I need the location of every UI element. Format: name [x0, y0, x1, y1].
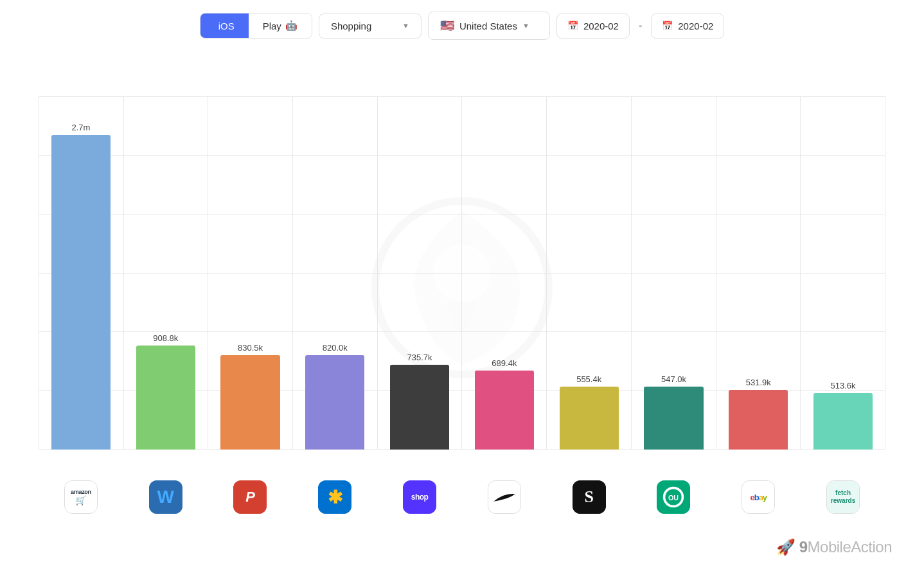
- bar-group-offerup: 547.0k: [632, 96, 716, 450]
- bar-wish: [136, 346, 195, 450]
- bar-group-ebay: 531.9k: [716, 96, 801, 450]
- bar-fetch: [813, 393, 873, 450]
- bars-area: 2.7m908.8k830.5k820.0k735.7k689.4k555.4k…: [39, 96, 885, 450]
- ios-tab-label: iOS: [218, 21, 235, 31]
- bar-poshmark: [220, 355, 280, 450]
- category-label: Shopping: [331, 21, 371, 31]
- app-icon-amazon: amazon 🛒: [64, 480, 98, 514]
- icon-cell-shop: shop: [377, 480, 462, 514]
- play-tab[interactable]: Play 🤖: [249, 13, 312, 38]
- app-icon-offerup: OU: [657, 480, 690, 514]
- app-icon-poshmark: P: [233, 480, 267, 514]
- bar-group-shop: 735.7k: [377, 96, 462, 450]
- bar-value-nike: 689.4k: [492, 358, 517, 368]
- bar-group-poshmark: 830.5k: [208, 96, 293, 450]
- icon-cell-fetch: fetchrewards: [801, 480, 885, 514]
- app-icon-sears: S: [573, 480, 606, 514]
- app-icon-shop: shop: [403, 480, 436, 514]
- bar-value-ebay: 531.9k: [746, 378, 771, 387]
- bar-value-walmart: 820.0k: [323, 343, 348, 353]
- bar-group-nike: 689.4k: [462, 96, 547, 450]
- flag-icon: 🇺🇸: [440, 19, 454, 33]
- bar-value-poshmark: 830.5k: [238, 343, 263, 353]
- bar-shop: [390, 365, 449, 450]
- app-icon-walmart: ✱: [318, 480, 351, 514]
- country-dropdown[interactable]: 🇺🇸 United States ▼: [428, 12, 550, 40]
- chevron-down-icon: ▼: [402, 22, 409, 30]
- bar-value-fetch: 513.6k: [831, 381, 856, 390]
- brand: 🚀 9MobileAction: [776, 538, 892, 556]
- bar-value-offerup: 547.0k: [661, 374, 686, 384]
- icon-cell-sears: S: [547, 480, 632, 514]
- bar-group-amazon: 2.7m: [39, 96, 123, 450]
- app-icon-fetch: fetchrewards: [826, 480, 860, 514]
- app-icon-wish: W: [149, 480, 182, 514]
- bar-amazon: [51, 135, 111, 450]
- bar-sears: [560, 387, 619, 450]
- icon-cell-wish: W: [123, 480, 208, 514]
- date-from-label: 2020-02: [583, 21, 619, 31]
- play-tab-label: Play: [263, 21, 281, 31]
- brand-rocket-icon: 🚀: [776, 538, 795, 556]
- date-from-picker[interactable]: 📅 2020-02: [556, 13, 630, 39]
- bar-value-amazon: 2.7m: [71, 123, 90, 132]
- icons-row: amazon 🛒 WP✱shopSOUebayfetchrewards: [39, 480, 885, 514]
- icon-cell-nike: [462, 480, 547, 514]
- bar-nike: [475, 371, 534, 450]
- icon-cell-poshmark: P: [208, 480, 293, 514]
- ios-tab[interactable]: iOS: [200, 13, 249, 38]
- app-icon-ebay: ebay: [742, 480, 775, 514]
- icon-cell-offerup: OU: [632, 480, 716, 514]
- bar-walmart: [305, 355, 364, 450]
- bar-value-shop: 735.7k: [407, 353, 432, 362]
- category-dropdown[interactable]: Shopping ▼: [319, 13, 422, 39]
- bar-group-wish: 908.8k: [123, 96, 208, 450]
- chevron-down-icon: ▼: [522, 22, 529, 30]
- bar-offerup: [644, 387, 703, 450]
- date-to-label: 2020-02: [678, 21, 713, 31]
- icon-cell-walmart: ✱: [292, 480, 377, 514]
- calendar-icon: 📅: [567, 21, 578, 31]
- chart-container: 2.7m908.8k830.5k820.0k735.7k689.4k555.4k…: [26, 58, 898, 520]
- bar-value-wish: 908.8k: [153, 333, 178, 343]
- icon-cell-amazon: amazon 🛒: [39, 480, 123, 514]
- icon-cell-ebay: ebay: [716, 480, 801, 514]
- bar-group-fetch: 513.6k: [801, 96, 885, 450]
- svg-text:OU: OU: [668, 494, 679, 502]
- bar-group-sears: 555.4k: [547, 96, 632, 450]
- calendar-icon-2: 📅: [662, 21, 673, 31]
- play-icon: 🤖: [285, 20, 298, 31]
- bar-group-walmart: 820.0k: [292, 96, 377, 450]
- date-separator: -: [636, 20, 644, 31]
- bar-ebay: [729, 390, 788, 450]
- country-label: United States: [459, 21, 517, 31]
- bar-value-sears: 555.4k: [576, 374, 601, 384]
- brand-name: 9MobileAction: [799, 538, 892, 556]
- app-icon-nike: [488, 480, 521, 514]
- platform-tab-group: iOS Play 🤖: [200, 13, 312, 39]
- date-to-picker[interactable]: 📅 2020-02: [651, 13, 724, 39]
- toolbar: iOS Play 🤖 Shopping ▼ 🇺🇸 United States ▼…: [0, 0, 924, 51]
